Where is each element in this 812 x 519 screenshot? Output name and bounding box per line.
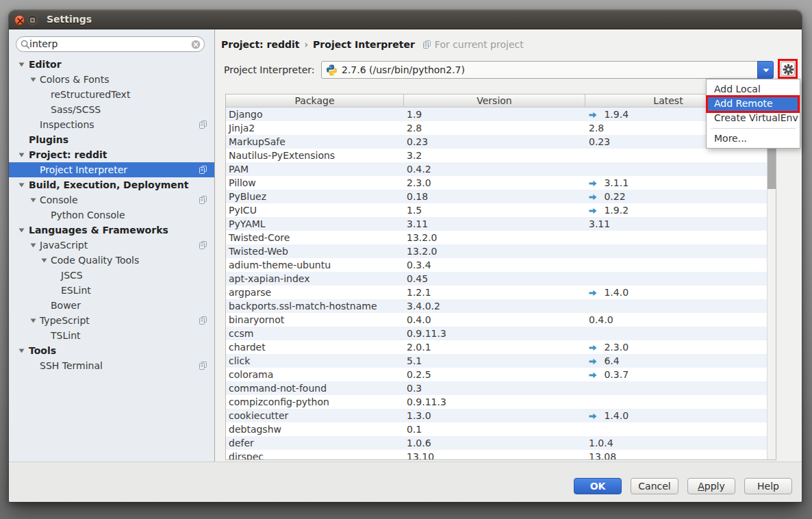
sidebar-tree-item[interactable]: JavaScript	[9, 238, 214, 253]
package-cell: debtagshw	[226, 422, 404, 436]
menu-item[interactable]: Add Local	[707, 82, 800, 97]
table-row[interactable]: adium-theme-ubuntu 0.3.4	[226, 258, 767, 272]
sidebar-tree-item[interactable]: Sass/SCSS	[9, 102, 214, 117]
table-row[interactable]: click 5.1 6.4	[226, 354, 767, 368]
tree-item-label: Code Quality Tools	[51, 253, 139, 268]
sidebar-tree-item[interactable]: Inspections	[9, 117, 214, 132]
sidebar-tree-item[interactable]: Languages & Frameworks	[9, 223, 214, 238]
table-row[interactable]: debtagshw 0.1	[226, 422, 767, 436]
table-row[interactable]: cookiecutter 1.3.0 1.4.0	[226, 409, 767, 422]
expander-triangle-icon[interactable]	[18, 349, 25, 353]
sidebar-tree-item[interactable]: Tools	[9, 343, 214, 358]
maximize-button[interactable]	[27, 15, 38, 25]
sidebar-tree-item[interactable]: Plugins	[9, 132, 214, 147]
table-row[interactable]: Twisted-Web 13.2.0	[226, 244, 767, 258]
sidebar-tree-item[interactable]: Editor	[9, 57, 214, 72]
sidebar-tree-item[interactable]: SSH Terminal	[9, 358, 214, 373]
version-cell: 5.1	[404, 354, 585, 368]
breadcrumb: Project: reddit›Project Interpreter For …	[221, 38, 524, 51]
table-row[interactable]: chardet 2.0.1 2.3.0	[226, 340, 767, 354]
package-cell: cookiecutter	[226, 409, 404, 422]
sidebar-tree-item[interactable]: Colors & Fonts	[9, 72, 214, 87]
breadcrumb-page[interactable]: Project Interpreter	[313, 39, 415, 50]
table-row[interactable]: PyICU 1.5 1.9.2	[226, 203, 767, 217]
sidebar-tree-item[interactable]: Bower	[9, 298, 214, 313]
expander-triangle-icon[interactable]	[18, 183, 25, 188]
table-row[interactable]: defer 1.0.6 1.0.4	[226, 436, 767, 450]
column-header-version[interactable]: Version	[404, 94, 585, 107]
package-cell: command-not-found	[226, 381, 404, 395]
latest-value: 1.4.0	[604, 287, 629, 298]
table-row[interactable]: PAM 0.4.2	[226, 162, 767, 176]
table-row[interactable]: apt-xapian-index 0.45	[226, 272, 767, 286]
expander-triangle-icon[interactable]	[18, 153, 25, 157]
latest-value: 3.1.1	[604, 177, 629, 188]
sidebar-tree-item[interactable]: Build, Execution, Deployment	[9, 177, 214, 192]
table-row[interactable]: backports.ssl-match-hostname 3.4.0.2	[226, 299, 767, 313]
interpreter-combobox[interactable]: 2.7.6 (/usr/bin/python2.7)	[321, 61, 774, 79]
expander-triangle-icon[interactable]	[18, 62, 25, 67]
table-row[interactable]: ccsm 0.9.11.3	[226, 327, 767, 340]
package-cell: Nautilus-PyExtensions	[226, 149, 404, 162]
help-button[interactable]: Help	[744, 478, 792, 494]
table-scrollbar[interactable]	[767, 107, 776, 459]
table-row[interactable]: compizconfig-python 0.9.11.3	[226, 395, 767, 409]
package-cell: PyYAML	[226, 217, 404, 231]
interpreter-dropdown-button[interactable]	[757, 61, 774, 79]
table-row[interactable]: Pillow 2.3.0 3.1.1	[226, 176, 767, 190]
expander-triangle-icon[interactable]	[30, 243, 36, 248]
table-row[interactable]: binaryornot 0.4.0 0.4.0	[226, 313, 767, 327]
table-row[interactable]: colorama 0.2.5 0.3.7	[226, 368, 767, 381]
copy-icon	[199, 121, 207, 129]
table-row[interactable]: PyYAML 3.11 3.11	[226, 217, 767, 231]
latest-cell	[585, 272, 767, 286]
version-cell: 0.23	[404, 135, 585, 149]
python-icon	[326, 64, 338, 78]
table-row[interactable]: dirspec 13.10 13.08	[226, 450, 767, 460]
table-row[interactable]: Jinja2 2.8 2.8	[226, 121, 767, 135]
menu-item[interactable]: More...	[707, 131, 800, 146]
apply-button[interactable]: Apply	[687, 478, 735, 494]
sidebar-tree-item[interactable]: Code Quality Tools	[9, 253, 214, 268]
table-row[interactable]: argparse 1.2.1 1.4.0	[226, 286, 767, 299]
table-row[interactable]: Nautilus-PyExtensions 3.2	[226, 149, 767, 162]
expander-triangle-icon[interactable]	[41, 258, 47, 263]
menu-item[interactable]: Create VirtualEnv	[707, 111, 800, 125]
sidebar-tree-item[interactable]: JSCS	[9, 268, 214, 283]
latest-value: 13.08	[589, 451, 616, 460]
expander-triangle-icon[interactable]	[30, 318, 36, 323]
table-row[interactable]: PyBluez 0.18 0.22	[226, 190, 767, 203]
sidebar-tree-item[interactable]: reStructuredText	[9, 87, 214, 102]
expander-triangle-icon[interactable]	[30, 198, 36, 203]
sidebar-tree-item[interactable]: Project Interpreter	[9, 162, 214, 177]
table-row[interactable]: MarkupSafe 0.23 0.23	[226, 135, 767, 149]
annotation-box-add-remote	[706, 95, 800, 113]
table-row[interactable]: Twisted-Core 13.2.0	[226, 231, 767, 244]
column-header-package[interactable]: Package	[226, 94, 404, 107]
latest-value: 6.4	[604, 355, 619, 366]
table-row[interactable]: command-not-found 0.3	[226, 381, 767, 395]
latest-cell	[585, 162, 767, 176]
sidebar-tree-item[interactable]: Console	[9, 192, 214, 207]
table-row[interactable]: Django 1.9 1.9.4	[226, 107, 767, 121]
upgrade-arrow-icon	[589, 413, 597, 420]
ok-button[interactable]: OK	[574, 478, 622, 494]
copy-icon	[199, 241, 207, 249]
sidebar-tree-item[interactable]: ESLint	[9, 283, 214, 298]
chevron-down-icon	[763, 68, 770, 73]
latest-value: 1.0.4	[589, 438, 613, 448]
expander-triangle-icon[interactable]	[18, 228, 25, 233]
sidebar-tree-item[interactable]: TypeScript	[9, 313, 214, 328]
sidebar-tree-item[interactable]: Python Console	[9, 207, 214, 223]
settings-tree: Editor Colors & Fonts reStructuredText	[9, 29, 214, 461]
cancel-button[interactable]: Cancel	[631, 478, 678, 494]
sidebar-tree-item[interactable]: TSLint	[9, 328, 214, 343]
titlebar[interactable]: Settings	[9, 10, 802, 29]
package-cell: ccsm	[226, 327, 404, 340]
package-cell: backports.ssl-match-hostname	[226, 299, 404, 313]
close-button[interactable]	[14, 15, 25, 25]
table-body: Django 1.9 1.9.4 Jinja2 2.8 2.8 MarkupSa…	[226, 107, 767, 460]
sidebar-tree-item[interactable]: Project: reddit	[9, 147, 214, 162]
expander-triangle-icon[interactable]	[30, 77, 36, 82]
breadcrumb-project[interactable]: Project: reddit	[221, 39, 299, 50]
